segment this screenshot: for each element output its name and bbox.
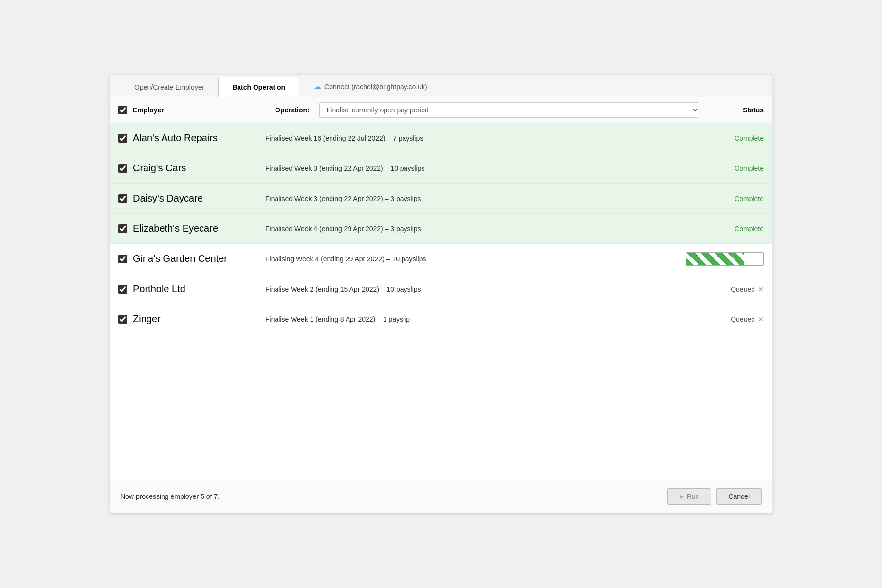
- operation-select[interactable]: Finalise currently open pay period: [319, 102, 699, 118]
- remove-employer-button[interactable]: ✕: [758, 315, 764, 323]
- tab-open-create[interactable]: Open/Create Employer: [120, 77, 218, 97]
- status-badge: Queued: [731, 315, 755, 323]
- employer-name: Elizabeth's Eyecare: [133, 223, 259, 234]
- table-row: Gina's Garden CenterFinalising Week 4 (e…: [110, 244, 772, 274]
- table-row: Craig's CarsFinalised Week 3 (ending 22 …: [110, 153, 772, 184]
- tab-connect[interactable]: ☁ Connect (rachel@brightpay.co.uk): [299, 75, 441, 97]
- footer-buttons: ▶ Run Cancel: [667, 488, 762, 505]
- status-badge: Complete: [735, 165, 764, 172]
- employer-checkbox-daisys[interactable]: [118, 194, 127, 203]
- employer-detail: Finalised Week 3 (ending 22 Apr 2022) – …: [265, 165, 680, 172]
- table-row: ZingerFinalise Week 1 (ending 8 Apr 2022…: [110, 304, 772, 334]
- footer: Now processing employer 5 of 7. ▶ Run Ca…: [110, 480, 772, 513]
- tab-batch-operation[interactable]: Batch Operation: [218, 77, 299, 97]
- employer-detail: Finalised Week 3 (ending 22 Apr 2022) – …: [265, 195, 680, 202]
- employer-detail: Finalised Week 16 (ending 22 Jul 2022) –…: [265, 134, 680, 142]
- tab-bar: Open/Create Employer Batch Operation ☁ C…: [110, 75, 772, 97]
- employer-name: Porthole Ltd: [133, 283, 259, 294]
- employer-name: Zinger: [133, 313, 259, 325]
- table-header: Employer Operation: Finalise currently o…: [110, 97, 772, 123]
- employer-detail: Finalising Week 4 (ending 29 Apr 2022) –…: [265, 255, 680, 263]
- operation-label: Operation:: [275, 106, 310, 114]
- employer-checkbox-craigs[interactable]: [118, 164, 127, 173]
- employer-checkbox-porthole[interactable]: [118, 285, 127, 294]
- employer-detail: Finalise Week 1 (ending 8 Apr 2022) – 1 …: [265, 315, 680, 323]
- table-row: Daisy's DaycareFinalised Week 3 (ending …: [110, 184, 772, 214]
- play-icon: ▶: [680, 493, 684, 500]
- cloud-icon: ☁: [313, 82, 321, 91]
- employer-detail: Finalise Week 2 (ending 15 Apr 2022) – 1…: [265, 285, 680, 293]
- status-badge: Complete: [735, 225, 764, 233]
- employer-checkbox-alans[interactable]: [118, 134, 127, 143]
- progress-bar-fill: [686, 253, 744, 265]
- status-badge: Queued: [731, 285, 755, 293]
- employer-column-header: Employer: [133, 106, 269, 114]
- processing-status: Now processing employer 5 of 7.: [120, 493, 220, 500]
- progress-bar-container: [686, 252, 764, 266]
- table-row: Alan's Auto RepairsFinalised Week 16 (en…: [110, 123, 772, 153]
- employer-list: Alan's Auto RepairsFinalised Week 16 (en…: [110, 123, 772, 480]
- employer-name: Craig's Cars: [133, 163, 259, 174]
- employer-status: Complete: [686, 195, 764, 202]
- remove-employer-button[interactable]: ✕: [758, 285, 764, 293]
- status-badge: Complete: [735, 134, 764, 142]
- status-badge: Complete: [735, 195, 764, 202]
- employer-name: Gina's Garden Center: [133, 253, 259, 264]
- employer-status: Complete: [686, 225, 764, 233]
- employer-checkbox-ginas[interactable]: [118, 255, 127, 263]
- employer-status: [686, 252, 764, 266]
- employer-checkbox-zinger[interactable]: [118, 315, 127, 324]
- table-row: Porthole LtdFinalise Week 2 (ending 15 A…: [110, 274, 772, 304]
- main-window: Open/Create Employer Batch Operation ☁ C…: [110, 75, 772, 513]
- status-column-header: Status: [705, 106, 764, 114]
- select-all-checkbox[interactable]: [118, 106, 127, 114]
- employer-checkbox-elizabeths[interactable]: [118, 224, 127, 233]
- employer-status: Queued✕: [686, 285, 764, 293]
- cancel-button[interactable]: Cancel: [716, 488, 762, 505]
- table-row: Elizabeth's EyecareFinalised Week 4 (end…: [110, 214, 772, 244]
- employer-name: Daisy's Daycare: [133, 193, 259, 204]
- employer-status: Queued✕: [686, 315, 764, 323]
- employer-detail: Finalised Week 4 (ending 29 Apr 2022) – …: [265, 225, 680, 233]
- employer-status: Complete: [686, 134, 764, 142]
- employer-status: Complete: [686, 165, 764, 172]
- employer-name: Alan's Auto Repairs: [133, 132, 259, 144]
- run-button[interactable]: ▶ Run: [667, 488, 712, 505]
